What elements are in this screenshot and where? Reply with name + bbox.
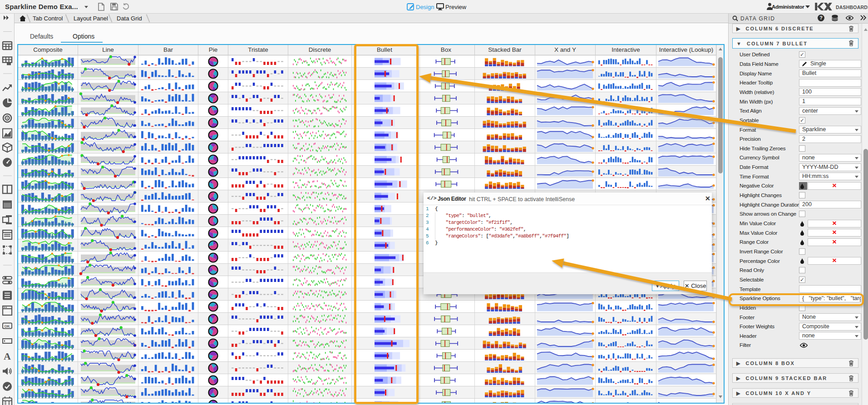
svg-text:OK: OK xyxy=(5,324,10,328)
svg-text:A: A xyxy=(4,351,11,362)
